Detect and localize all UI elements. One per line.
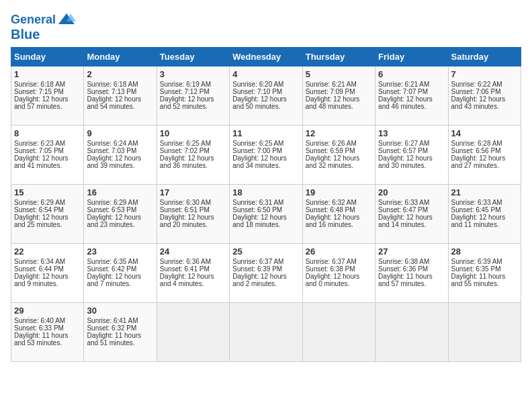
sunrise: Sunrise: 6:29 AM (87, 199, 138, 206)
calendar-cell (302, 303, 375, 362)
calendar-week-2: 8 Sunrise: 6:23 AM Sunset: 7:05 PM Dayli… (11, 126, 521, 185)
sunset: Sunset: 6:32 PM (87, 324, 136, 332)
day-number: 28 (451, 246, 518, 257)
day-number: 27 (378, 246, 445, 257)
daylight: Daylight: 12 hours and 18 minutes. (232, 214, 287, 228)
calendar-cell: 24 Sunrise: 6:36 AM Sunset: 6:41 PM Dayl… (157, 244, 229, 303)
day-number: 1 (14, 69, 81, 79)
sunrise: Sunrise: 6:39 AM (451, 258, 502, 265)
calendar-cell: 7 Sunrise: 6:22 AM Sunset: 7:06 PM Dayli… (448, 66, 521, 126)
sunset: Sunset: 7:13 PM (87, 88, 136, 95)
calendar-week-5: 29 Sunrise: 6:40 AM Sunset: 6:33 PM Dayl… (11, 303, 521, 362)
daylight: Daylight: 12 hours and 54 minutes. (87, 95, 141, 110)
sunset: Sunset: 6:54 PM (14, 206, 64, 214)
day-number: 15 (14, 187, 81, 197)
sunset: Sunset: 7:02 PM (160, 147, 210, 154)
sunrise: Sunrise: 6:33 AM (378, 199, 429, 206)
sunset: Sunset: 6:56 PM (451, 147, 501, 154)
sunset: Sunset: 7:15 PM (14, 88, 64, 95)
calendar-cell: 20 Sunrise: 6:33 AM Sunset: 6:47 PM Dayl… (375, 185, 448, 244)
sunset: Sunset: 6:36 PM (378, 265, 428, 273)
sunset: Sunset: 6:44 PM (14, 265, 64, 273)
daylight: Daylight: 12 hours and 30 minutes. (378, 154, 433, 169)
day-number: 13 (378, 128, 445, 138)
day-number: 5 (306, 69, 372, 79)
daylight: Daylight: 12 hours and 46 minutes. (378, 95, 433, 110)
sunrise: Sunrise: 6:23 AM (14, 140, 65, 147)
calendar-cell: 10 Sunrise: 6:25 AM Sunset: 7:02 PM Dayl… (157, 126, 229, 185)
sunset: Sunset: 6:38 PM (306, 265, 355, 273)
calendar-cell (448, 303, 521, 362)
calendar-cell: 25 Sunrise: 6:37 AM Sunset: 6:39 PM Dayl… (230, 244, 302, 303)
calendar-cell: 29 Sunrise: 6:40 AM Sunset: 6:33 PM Dayl… (11, 303, 84, 362)
logo: General Blue (11, 11, 76, 42)
days-header-row: SundayMondayTuesdayWednesdayThursdayFrid… (11, 48, 521, 66)
sunset: Sunset: 6:57 PM (378, 147, 428, 154)
sunset: Sunset: 6:53 PM (87, 206, 136, 214)
calendar-week-1: 1 Sunrise: 6:18 AM Sunset: 7:15 PM Dayli… (11, 66, 521, 126)
sunrise: Sunrise: 6:27 AM (378, 140, 429, 147)
day-number: 4 (232, 69, 299, 79)
day-number: 11 (232, 128, 299, 138)
logo-icon (57, 11, 76, 30)
daylight: Daylight: 11 hours and 57 minutes. (378, 273, 433, 287)
calendar-cell: 23 Sunrise: 6:35 AM Sunset: 6:42 PM Dayl… (84, 244, 157, 303)
day-number: 17 (160, 187, 226, 197)
daylight: Daylight: 12 hours and 57 minutes. (14, 95, 69, 110)
calendar-cell: 26 Sunrise: 6:37 AM Sunset: 6:38 PM Dayl… (302, 244, 375, 303)
calendar-table: SundayMondayTuesdayWednesdayThursdayFrid… (11, 47, 521, 362)
calendar-cell: 12 Sunrise: 6:26 AM Sunset: 6:59 PM Dayl… (302, 126, 375, 185)
sunrise: Sunrise: 6:34 AM (14, 258, 65, 265)
calendar-cell: 19 Sunrise: 6:32 AM Sunset: 6:48 PM Dayl… (302, 185, 375, 244)
sunset: Sunset: 6:45 PM (451, 206, 501, 214)
sunrise: Sunrise: 6:18 AM (14, 81, 65, 88)
sunrise: Sunrise: 6:30 AM (160, 199, 211, 206)
sunset: Sunset: 7:10 PM (232, 88, 282, 95)
sunrise: Sunrise: 6:33 AM (451, 199, 502, 206)
day-number: 21 (451, 187, 518, 197)
daylight: Daylight: 12 hours and 0 minutes. (306, 273, 360, 287)
daylight: Daylight: 12 hours and 23 minutes. (87, 214, 141, 228)
calendar-cell (375, 303, 448, 362)
calendar-cell: 21 Sunrise: 6:33 AM Sunset: 6:45 PM Dayl… (448, 185, 521, 244)
sunrise: Sunrise: 6:19 AM (160, 81, 211, 88)
daylight: Daylight: 12 hours and 41 minutes. (14, 154, 69, 169)
sunset: Sunset: 7:12 PM (160, 88, 210, 95)
daylight: Daylight: 12 hours and 39 minutes. (87, 154, 141, 169)
sunrise: Sunrise: 6:25 AM (232, 140, 283, 147)
sunrise: Sunrise: 6:26 AM (306, 140, 357, 147)
day-number: 18 (232, 187, 299, 197)
daylight: Daylight: 11 hours and 53 minutes. (14, 332, 69, 347)
sunrise: Sunrise: 6:24 AM (87, 140, 138, 147)
day-number: 25 (232, 246, 299, 257)
calendar-cell: 28 Sunrise: 6:39 AM Sunset: 6:35 PM Dayl… (448, 244, 521, 303)
sunset: Sunset: 6:33 PM (14, 324, 64, 332)
day-number: 6 (378, 69, 445, 79)
calendar-cell: 11 Sunrise: 6:25 AM Sunset: 7:00 PM Dayl… (230, 126, 302, 185)
sunset: Sunset: 6:48 PM (306, 206, 355, 214)
sunset: Sunset: 6:50 PM (232, 206, 282, 214)
logo-text: General (11, 13, 56, 27)
sunrise: Sunrise: 6:25 AM (160, 140, 211, 147)
calendar-cell: 9 Sunrise: 6:24 AM Sunset: 7:03 PM Dayli… (84, 126, 157, 185)
day-number: 22 (14, 246, 81, 257)
day-number: 23 (87, 246, 153, 257)
calendar-cell: 22 Sunrise: 6:34 AM Sunset: 6:44 PM Dayl… (11, 244, 84, 303)
daylight: Daylight: 12 hours and 34 minutes. (232, 154, 287, 169)
day-number: 14 (451, 128, 518, 138)
sunset: Sunset: 7:07 PM (378, 88, 428, 95)
day-header-tuesday: Tuesday (157, 48, 229, 66)
sunrise: Sunrise: 6:18 AM (87, 81, 138, 88)
calendar-cell (157, 303, 229, 362)
day-header-sunday: Sunday (11, 48, 84, 66)
day-number: 3 (160, 69, 226, 79)
sunrise: Sunrise: 6:40 AM (14, 317, 65, 324)
day-number: 29 (14, 306, 81, 316)
daylight: Daylight: 12 hours and 20 minutes. (160, 214, 214, 228)
calendar-cell: 8 Sunrise: 6:23 AM Sunset: 7:05 PM Dayli… (11, 126, 84, 185)
calendar-cell: 13 Sunrise: 6:27 AM Sunset: 6:57 PM Dayl… (375, 126, 448, 185)
sunset: Sunset: 6:42 PM (87, 265, 136, 273)
day-header-thursday: Thursday (302, 48, 375, 66)
day-number: 2 (87, 69, 153, 79)
sunset: Sunset: 7:09 PM (306, 88, 355, 95)
